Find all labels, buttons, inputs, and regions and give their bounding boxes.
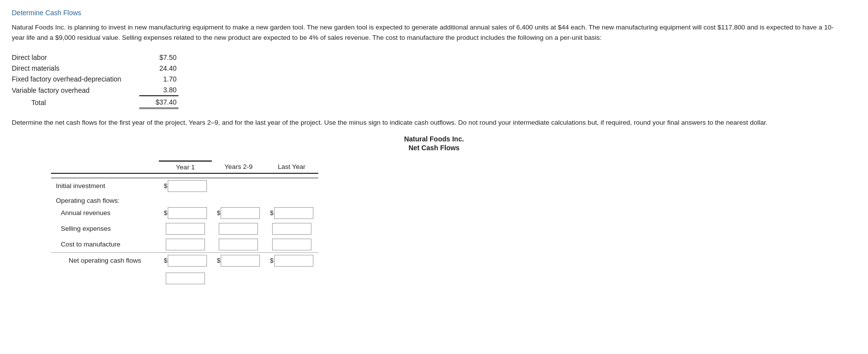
net-operating-cash-flows-row: Net operating cash flows $ $ $ — [51, 252, 318, 269]
dollar-sign-initial: $ — [164, 182, 167, 190]
cost-label-total: Total — [12, 96, 139, 109]
selling-expenses-years29-input[interactable] — [219, 223, 258, 235]
dollar-sign-rev29: $ — [217, 209, 220, 217]
dollar-sign-netlast: $ — [270, 257, 273, 264]
cost-to-manufacture-row: Cost to manufacture — [51, 237, 318, 253]
selling-expenses-row: Selling expenses — [51, 221, 318, 237]
net-cash-flows-table: Year 1 Years 2-9 Last Year Initial inves… — [51, 161, 318, 286]
dollar-sign-net29: $ — [217, 257, 220, 264]
table-title-line1: Natural Foods Inc. — [12, 135, 856, 143]
initial-investment-row: Initial investment $ — [51, 178, 318, 194]
dollar-sign-net1: $ — [164, 257, 167, 264]
selling-expenses-label: Selling expenses — [51, 221, 159, 237]
cost-value-variable-factory-overhead: 3.80 — [139, 84, 179, 96]
extra-year1-input[interactable] — [166, 272, 205, 284]
intro-paragraph: Natural Foods Inc. is planning to invest… — [12, 23, 845, 43]
header-year1: Year 1 — [159, 161, 212, 173]
cost-value-total: $37.40 — [139, 96, 179, 109]
operating-cash-flows-header: Operating cash flows: — [51, 194, 318, 205]
annual-revenues-lastyear-input[interactable] — [274, 207, 313, 219]
operating-cash-flows-label: Operating cash flows: — [51, 194, 318, 205]
dollar-sign-rev1: $ — [164, 209, 167, 217]
selling-expenses-year1-input[interactable] — [166, 223, 205, 235]
annual-revenues-row: Annual revenues $ $ $ — [51, 205, 318, 221]
cost-to-manufacture-label: Cost to manufacture — [51, 237, 159, 253]
cost-to-manufacture-years29-input[interactable] — [219, 239, 258, 250]
cost-label-direct-materials: Direct materials — [12, 63, 139, 74]
cost-label-direct-labor: Direct labor — [12, 52, 139, 63]
page-title: Determine Cash Flows — [12, 9, 856, 17]
cost-to-manufacture-year1-input[interactable] — [166, 239, 205, 250]
dollar-sign-revlast: $ — [270, 209, 273, 217]
selling-expenses-lastyear-input[interactable] — [272, 223, 311, 235]
extra-row — [51, 269, 318, 286]
annual-revenues-label: Annual revenues — [51, 205, 159, 221]
cost-label-fixed-factory-overhead-depreciation: Fixed factory overhead-depreciation — [12, 74, 139, 84]
header-last-year: Last Year — [265, 161, 318, 173]
net-operating-cash-flows-label: Net operating cash flows — [51, 252, 159, 269]
cost-breakdown-table: Direct labor$7.50Direct materials24.40Fi… — [12, 52, 179, 109]
net-operating-years29-input[interactable] — [221, 255, 260, 267]
table-title-line2: Net Cash Flows — [12, 144, 856, 152]
cost-label-variable-factory-overhead: Variable factory overhead — [12, 84, 139, 96]
initial-investment-label: Initial investment — [51, 178, 159, 194]
cost-to-manufacture-lastyear-input[interactable] — [272, 239, 311, 250]
cost-value-direct-materials: 24.40 — [139, 63, 179, 74]
net-operating-year1-input[interactable] — [168, 255, 207, 267]
annual-revenues-year1-input[interactable] — [168, 207, 207, 219]
cost-value-fixed-factory-overhead-depreciation: 1.70 — [139, 74, 179, 84]
initial-investment-year1-input[interactable] — [168, 180, 207, 192]
net-operating-lastyear-input[interactable] — [274, 255, 313, 267]
header-years29: Years 2-9 — [212, 161, 265, 173]
instructions-paragraph: Determine the net cash flows for the fir… — [12, 118, 845, 128]
cost-value-direct-labor: $7.50 — [139, 52, 179, 63]
annual-revenues-years29-input[interactable] — [221, 207, 260, 219]
